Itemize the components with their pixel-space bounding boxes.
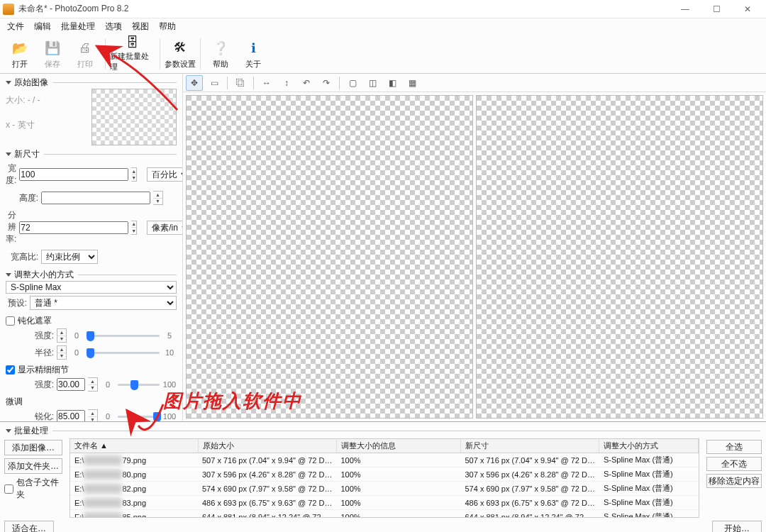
sharpen-input[interactable] <box>57 410 85 421</box>
minimize-button[interactable]: — <box>670 1 701 18</box>
section-batch[interactable]: 批量处理 <box>6 425 760 437</box>
view-split-icon[interactable]: ◫ <box>364 75 381 91</box>
folder-open-icon: 📂 <box>10 38 30 58</box>
width-input[interactable] <box>19 168 128 181</box>
view-single-icon[interactable]: ▢ <box>344 75 361 91</box>
print-icon: 🖨 <box>75 38 95 58</box>
app-icon <box>3 4 14 15</box>
view-toolbar: ✥ ▭ ⿻ ↔ ↕ ↶ ↷ ▢ ◫ ◧ ▦ <box>183 74 766 92</box>
toolbar-sep <box>160 38 160 70</box>
save-button[interactable]: 💾保存 <box>37 35 68 72</box>
info-icon: ℹ <box>243 38 263 58</box>
add-folder-button[interactable]: 添加文件夹… <box>4 458 62 474</box>
menubar: 文件 编辑 批量处理 选项 视图 帮助 <box>0 18 766 34</box>
annotation-text: 图片拖入软件中 <box>163 389 302 414</box>
canvas-preview[interactable] <box>476 95 763 419</box>
about-button[interactable]: ℹ关于 <box>238 35 269 72</box>
preset-select[interactable]: 普通 * <box>30 296 177 310</box>
hand-tool[interactable]: ✥ <box>186 75 203 91</box>
rotate-cw-icon[interactable]: ↷ <box>318 75 335 91</box>
view-both-icon[interactable]: ◧ <box>384 75 401 91</box>
view-grid-icon[interactable]: ▦ <box>404 75 421 91</box>
strength-slider[interactable] <box>87 330 160 341</box>
toolbar-sep <box>105 38 106 70</box>
section-method[interactable]: 调整大小的方式 <box>6 269 177 281</box>
thumbnail <box>91 89 177 145</box>
rotate-ccw-icon[interactable]: ↶ <box>298 75 315 91</box>
crop-btn[interactable]: ⿻ <box>232 75 249 91</box>
save-icon: 💾 <box>43 38 62 58</box>
batch-table[interactable]: 文件名 ▲ 原始大小 调整大小的信息 新尺寸 调整大小的方式 E:\xxxxx7… <box>70 438 699 518</box>
fine-tune-label: 微调 <box>6 396 177 408</box>
menu-edit[interactable]: 编辑 <box>30 19 55 34</box>
crop-tool[interactable]: ▭ <box>206 75 223 91</box>
unit2-select[interactable]: 像素/in <box>147 221 183 235</box>
canvas-main[interactable] <box>186 95 473 419</box>
add-image-button[interactable]: 添加图像… <box>4 440 62 455</box>
toolbar-sep <box>200 38 201 70</box>
titlebar: 未命名* - PhotoZoom Pro 8.2 — ☐ ✕ <box>0 0 766 18</box>
batch-panel: 批量处理 添加图像… 添加文件夹… 包含子文件夹 文件名 ▲ 原始大小 调整大小… <box>0 421 766 532</box>
orig-size-w: x - 英寸 <box>6 119 91 131</box>
table-row[interactable]: E:\xxxxx85.png644 x 881 px (8.94" x 12.2… <box>70 510 699 519</box>
settings-icon: 🛠 <box>170 38 190 58</box>
menu-help[interactable]: 帮助 <box>155 19 180 34</box>
menu-file[interactable]: 文件 <box>3 19 28 34</box>
toolbar: 📂打开 💾保存 🖨打印 🗄新建批量处理 🛠参数设置 ❔帮助 ℹ关于 <box>0 34 766 74</box>
height-spinner[interactable]: ▲▼ <box>153 191 163 205</box>
window-title: 未命名* - PhotoZoom Pro 8.2 <box>18 3 670 15</box>
height-input[interactable] <box>41 192 150 204</box>
section-newsize[interactable]: 新尺寸 <box>6 148 177 160</box>
menu-view[interactable]: 视图 <box>128 19 153 34</box>
table-row[interactable]: E:\xxxxx80.png307 x 596 px (4.26" x 8.28… <box>70 467 699 482</box>
res-input[interactable] <box>19 221 128 234</box>
menu-options[interactable]: 选项 <box>101 19 126 34</box>
new-batch-button[interactable]: 🗄新建批量处理 <box>110 35 155 72</box>
finegrain-check[interactable] <box>6 365 15 375</box>
right-panel: ✥ ▭ ⿻ ↔ ↕ ↶ ↷ ▢ ◫ ◧ ▦ <box>183 74 766 421</box>
remove-selected-button[interactable]: 移除选定内容 <box>706 474 762 488</box>
menu-batch[interactable]: 批量处理 <box>57 19 99 34</box>
fg-input[interactable] <box>57 378 85 391</box>
help-icon: ❔ <box>211 38 231 58</box>
section-original[interactable]: 原始图像 <box>6 77 177 89</box>
orig-size-h: 大小: - / - <box>6 94 91 106</box>
settings-button[interactable]: 🛠参数设置 <box>165 35 196 72</box>
algo-select[interactable]: S-Spline Max <box>6 281 177 294</box>
radius-slider[interactable] <box>87 347 160 358</box>
left-panel: 原始图像 大小: - / - x - 英寸 新尺寸 宽度:▲▼ 百分比 高度:▲… <box>0 74 183 421</box>
close-button[interactable]: ✕ <box>732 1 763 18</box>
ar-select[interactable]: 约束比例 <box>41 250 98 264</box>
unsharp-check[interactable] <box>6 316 15 326</box>
fg-slider[interactable] <box>118 379 160 390</box>
sharpen-slider[interactable] <box>118 411 160 421</box>
open-button[interactable]: 📂打开 <box>4 35 35 72</box>
flip-h-icon[interactable]: ↔ <box>258 75 275 91</box>
start-button[interactable]: 开始… <box>712 521 762 532</box>
fit-button[interactable]: 适合在… <box>4 521 54 532</box>
unit1-select[interactable]: 百分比 <box>147 167 183 182</box>
select-none-button[interactable]: 全不选 <box>706 457 762 471</box>
width-spinner[interactable]: ▲▼ <box>131 167 137 182</box>
batch-icon: 🗄 <box>123 35 143 50</box>
include-sub-check[interactable] <box>4 484 13 494</box>
flip-v-icon[interactable]: ↕ <box>278 75 295 91</box>
select-all-button[interactable]: 全选 <box>706 440 762 454</box>
maximize-button[interactable]: ☐ <box>701 1 732 18</box>
table-row[interactable]: E:\xxxxx83.png486 x 693 px (6.75" x 9.63… <box>70 496 699 510</box>
print-button[interactable]: 🖨打印 <box>70 35 101 72</box>
table-row[interactable]: E:\xxxxx82.png574 x 690 px (7.97" x 9.58… <box>70 482 699 496</box>
res-spinner[interactable]: ▲▼ <box>131 221 137 235</box>
table-row[interactable]: E:\xxxxx79.png507 x 716 px (7.04" x 9.94… <box>70 453 699 467</box>
help-button[interactable]: ❔帮助 <box>205 35 236 72</box>
